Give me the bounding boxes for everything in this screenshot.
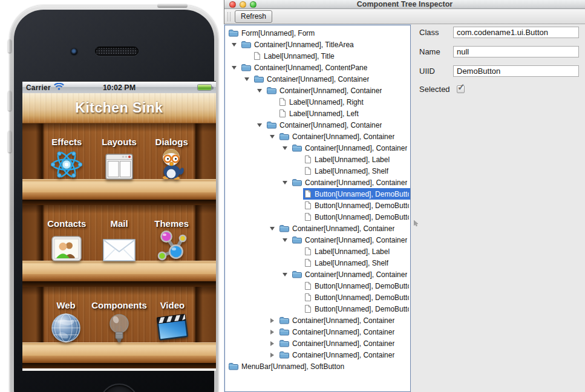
volume-down-button[interactable] [8,131,11,152]
expanded-arrow-icon[interactable] [230,39,238,50]
app-components[interactable]: Components [91,300,147,343]
tree-row-label: Label[Unnamed], Left [289,109,359,118]
tree-row[interactable]: Container[Unnamed], Container [225,142,410,154]
app-mail[interactable]: Mail [93,218,146,261]
collapsed-arrow-icon[interactable] [268,349,276,361]
tree-row[interactable]: Container[Unnamed], Container [225,269,410,280]
expanded-arrow-icon[interactable] [268,223,276,234]
folder-icon [292,270,302,278]
expanded-arrow-icon[interactable] [281,234,289,246]
app-themes[interactable]: Themes [145,218,198,261]
tree-row-content: Container[Unnamed], Container [290,234,410,246]
tree-row-content: Container[Unnamed], Container [290,142,410,154]
tree-row[interactable]: Form[Unnamed], Form [225,27,410,39]
toolbar-drag-handle[interactable] [227,12,230,21]
tree-row-label: Container[Unnamed], ContentPane [254,64,367,72]
shelf-board [22,261,216,274]
tree-row[interactable]: Container[Unnamed], Container [225,315,410,326]
collapsed-arrow-icon[interactable] [268,326,276,338]
mute-switch[interactable] [8,39,11,53]
tree-row[interactable]: Label[Unnamed], Label [225,154,410,165]
zoom-button[interactable] [250,1,257,8]
app-layouts[interactable]: Layouts [93,137,146,180]
tree-row-content: Label[Unnamed], Shelf [303,257,410,269]
tree-row-selected-content: Button[Unnamed], DemoButton [303,188,410,200]
folder-icon [279,316,289,324]
collapsed-arrow-icon[interactable] [268,315,276,326]
tree-row[interactable]: Container[Unnamed], Container [225,349,410,361]
tree-row-label: Button[Unnamed], DemoButton [315,305,409,313]
expanded-arrow-icon[interactable] [281,142,289,154]
component-tree[interactable]: Form[Unnamed], FormContainer[Unnamed], T… [224,25,411,392]
clapperboard-icon [156,313,189,343]
tree-row-content: Container[Unnamed], Container [278,131,410,142]
tree-row[interactable]: MenuBar[Unnamed], SoftButton [225,361,410,372]
folder-icon [279,132,289,140]
iphone-device-frame: Carrier 10:02 PM Kitchen Sink [10,5,218,392]
tree-row[interactable]: Container[Unnamed], Container [225,73,410,85]
screen-bottom-line [22,368,216,371]
tree-row[interactable]: Container[Unnamed], Container [225,326,410,338]
expanded-arrow-icon[interactable] [230,62,238,73]
tree-row[interactable]: Button[Unnamed], DemoButton [225,280,410,292]
app-dialogs[interactable]: Dialogs [145,137,198,180]
tree-row[interactable]: Label[Unnamed], Shelf [225,257,410,269]
expanded-arrow-icon[interactable] [268,131,276,142]
tree-row[interactable]: Label[Unnamed], Right [225,96,410,108]
app-effects[interactable]: Effects [41,137,93,180]
class-field[interactable] [453,27,579,38]
tree-row[interactable]: Container[Unnamed], Container [225,338,410,349]
file-icon [304,155,312,164]
tree-row-content: Button[Unnamed], DemoButton [303,292,410,303]
app-web[interactable]: Web [41,300,91,343]
tree-row[interactable]: Container[Unnamed], Container [225,177,410,188]
tree-row[interactable]: Button[Unnamed], DemoButton [225,292,410,303]
tree-row[interactable]: Container[Unnamed], Container [225,234,410,246]
tree-row[interactable]: Container[Unnamed], Container [225,85,410,96]
collapsed-arrow-icon[interactable] [268,338,276,349]
tree-row-content: Label[Unnamed], Title [252,50,410,62]
contacts-photo-icon [51,236,82,261]
front-camera [71,48,77,55]
selected-checkbox[interactable]: ✓ [457,85,465,93]
tree-row[interactable]: Button[Unnamed], DemoButton [225,303,410,315]
tree-row[interactable]: Container[Unnamed], TitleArea [225,39,410,50]
name-field-label: Name [419,47,453,56]
uiid-field[interactable] [453,65,579,77]
tree-row[interactable]: Container[Unnamed], Container [225,131,410,142]
name-field[interactable] [453,46,579,57]
tree-row-content: Button[Unnamed], DemoButton [303,211,410,223]
refresh-button[interactable]: Refresh [235,10,272,23]
expanded-arrow-icon[interactable] [243,73,251,85]
tree-row[interactable]: Label[Unnamed], Title [225,50,410,62]
window-title-bar[interactable]: Component Tree Inspector [224,0,585,9]
expanded-arrow-icon[interactable] [255,119,264,131]
expanded-arrow-icon[interactable] [281,269,289,280]
tree-row[interactable]: Label[Unnamed], Shelf [225,165,410,177]
tree-row[interactable]: Button[Unnamed], DemoButton [225,188,410,200]
power-button[interactable] [157,4,188,8]
tree-row[interactable]: Container[Unnamed], Container [225,223,410,234]
tree-row-content: MenuBar[Unnamed], SoftButton [227,361,410,372]
class-field-label: Class [419,28,453,37]
minimize-button[interactable] [240,1,246,8]
tree-row[interactable]: Label[Unnamed], Label [225,246,410,257]
tree-row-label: Label[Unnamed], Shelf [315,167,388,175]
tree-row-label: Button[Unnamed], DemoButton [315,282,409,290]
app-contacts[interactable]: Contacts [41,218,93,261]
volume-up-button[interactable] [8,91,11,111]
folder-icon [292,144,302,152]
expanded-arrow-icon[interactable] [281,177,289,188]
tree-row[interactable]: Button[Unnamed], DemoButton [225,200,410,211]
home-button[interactable] [100,384,139,392]
tree-row[interactable]: Container[Unnamed], Container [225,119,410,131]
app-video[interactable]: Video [147,300,198,343]
tree-row[interactable]: Label[Unnamed], Left [225,108,410,119]
atom-icon [51,149,82,180]
close-button[interactable] [229,1,236,8]
tree-row[interactable]: Button[Unnamed], DemoButton [225,211,410,223]
tree-row[interactable]: Container[Unnamed], ContentPane [225,62,410,73]
expanded-arrow-icon[interactable] [255,85,264,96]
app-label: Web [56,300,75,310]
app-label: Mail [110,218,128,229]
